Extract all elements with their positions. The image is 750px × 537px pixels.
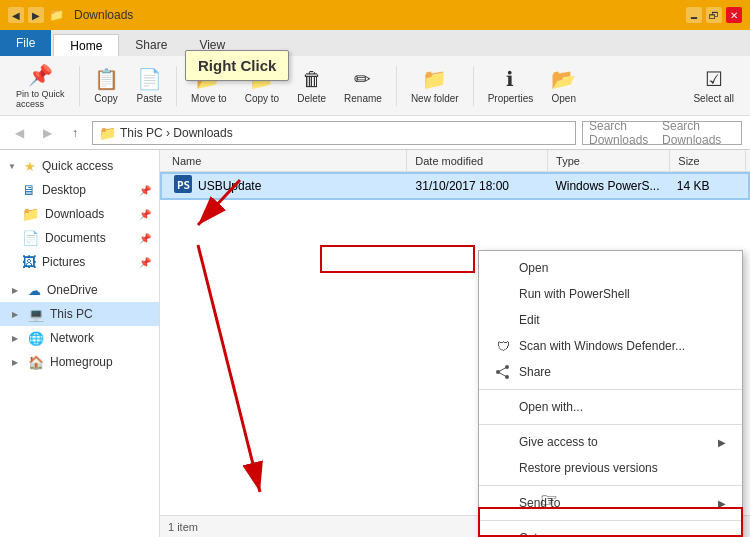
open-btn[interactable]: 📂 Open xyxy=(543,63,584,108)
ctx-scan-label: Scan with Windows Defender... xyxy=(519,339,685,353)
sidebar-item-downloads[interactable]: 📁 Downloads 📌 xyxy=(0,202,159,226)
svg-text:PS: PS xyxy=(177,179,190,192)
ctx-run-ps-label: Run with PowerShell xyxy=(519,287,630,301)
ctx-run-ps[interactable]: Run with PowerShell xyxy=(479,281,742,307)
sidebar-item-quick-access[interactable]: ▼ ★ Quick access xyxy=(0,154,159,178)
svg-line-6 xyxy=(498,372,507,377)
tab-home[interactable]: Home xyxy=(53,34,119,56)
rename-label: Rename xyxy=(344,93,382,104)
share-icon xyxy=(495,364,511,380)
ctx-edit[interactable]: Edit xyxy=(479,307,742,333)
sidebar: ▼ ★ Quick access 🖥 Desktop 📌 📁 Downloads… xyxy=(0,150,160,537)
sidebar-item-desktop[interactable]: 🖥 Desktop 📌 xyxy=(0,178,159,202)
sidebar-item-label: Downloads xyxy=(45,207,104,221)
copy-btn[interactable]: 📋 Copy xyxy=(86,63,127,108)
send-to-icon xyxy=(495,495,511,511)
ctx-open-with[interactable]: Open with... xyxy=(479,394,742,420)
expand-arrow: ▶ xyxy=(12,310,22,319)
sidebar-item-label: This PC xyxy=(50,307,93,321)
copyto-label: Copy to xyxy=(245,93,279,104)
svg-line-10 xyxy=(198,245,260,492)
sidebar-item-label: Pictures xyxy=(42,255,85,269)
forward-button[interactable]: ▶ xyxy=(36,122,58,144)
file-date: 31/10/2017 18:00 xyxy=(416,179,509,193)
open-icon xyxy=(495,260,511,276)
sidebar-item-network[interactable]: ▶ 🌐 Network xyxy=(0,326,159,350)
ctx-sep-2 xyxy=(479,424,742,425)
delete-label: Delete xyxy=(297,93,326,104)
col-type-header[interactable]: Type xyxy=(548,150,670,171)
address-path[interactable]: 📁 This PC › Downloads xyxy=(92,121,576,145)
ctx-restore[interactable]: Restore previous versions xyxy=(479,455,742,481)
path-text: This PC › Downloads xyxy=(120,126,233,140)
ctx-edit-label: Edit xyxy=(519,313,540,327)
col-size-header[interactable]: Size xyxy=(670,150,746,171)
ctx-scan[interactable]: 🛡 Scan with Windows Defender... xyxy=(479,333,742,359)
paste-btn[interactable]: 📄 Paste xyxy=(129,63,171,108)
pin-icon: 📌 xyxy=(139,209,151,220)
selectall-btn[interactable]: ☑ Select all xyxy=(685,63,742,108)
expand-arrow: ▼ xyxy=(8,162,18,171)
tab-share[interactable]: Share xyxy=(119,34,183,56)
ctx-cut[interactable]: ✂ Cut xyxy=(479,525,742,537)
rename-btn[interactable]: ✏ Rename xyxy=(336,63,390,108)
sidebar-item-label: Network xyxy=(50,331,94,345)
ctx-share[interactable]: Share xyxy=(479,359,742,385)
ctx-give-access[interactable]: Give access to ▶ xyxy=(479,429,742,455)
ctx-send-to-label: Send to xyxy=(519,496,560,510)
file-date-cell: 31/10/2017 18:00 xyxy=(408,179,548,193)
sidebar-item-label: Documents xyxy=(45,231,106,245)
status-text: 1 item xyxy=(168,521,198,533)
selectall-label: Select all xyxy=(693,93,734,104)
tab-file[interactable]: File xyxy=(0,30,51,56)
network-icon: 🌐 xyxy=(28,331,44,346)
sidebar-item-this-pc[interactable]: ▶ 💻 This PC xyxy=(0,302,159,326)
content-area: Name Date modified Type Size PS USBUpdat… xyxy=(160,150,750,537)
file-icon: PS xyxy=(174,175,192,197)
forward-icon[interactable]: ▶ xyxy=(28,7,44,23)
context-menu: Open Run with PowerShell Edit 🛡 Scan wit… xyxy=(478,250,743,537)
column-headers: Name Date modified Type Size xyxy=(160,150,750,172)
desktop-icon: 🖥 xyxy=(22,182,36,198)
col-name-header[interactable]: Name xyxy=(164,150,407,171)
back-button[interactable]: ◀ xyxy=(8,122,30,144)
downloads-folder-icon: 📁 xyxy=(22,206,39,222)
scan-icon: 🛡 xyxy=(495,338,511,354)
up-button[interactable]: ↑ xyxy=(64,122,86,144)
pin-button[interactable]: 📌 Pin to Quickaccess xyxy=(8,59,73,113)
newfolder-btn[interactable]: 📁 New folder xyxy=(403,63,467,108)
tooltip-box: Right Click xyxy=(185,50,289,81)
col-date-header[interactable]: Date modified xyxy=(407,150,548,171)
close-button[interactable]: ✕ xyxy=(726,7,742,23)
expand-arrow: ▶ xyxy=(12,286,22,295)
search-box[interactable]: Search Downloads Search Downloads xyxy=(582,121,742,145)
pin-icon: 📌 xyxy=(139,257,151,268)
minimize-button[interactable]: 🗕 xyxy=(686,7,702,23)
expand-arrow: ▶ xyxy=(12,358,22,367)
table-row[interactable]: PS USBUpdate 31/10/2017 18:00 Windows Po… xyxy=(160,172,750,200)
folder-icon: 📁 xyxy=(48,7,64,23)
cut-icon: ✂ xyxy=(495,530,511,537)
sidebar-item-homegroup[interactable]: ▶ 🏠 Homegroup xyxy=(0,350,159,374)
back-icon[interactable]: ◀ xyxy=(8,7,24,23)
pin-icon: 📌 xyxy=(139,185,151,196)
sidebar-item-documents[interactable]: 📄 Documents 📌 xyxy=(0,226,159,250)
ctx-sep-4 xyxy=(479,520,742,521)
expand-arrow: ▶ xyxy=(12,334,22,343)
ctx-give-access-label: Give access to xyxy=(519,435,598,449)
file-name: USBUpdate xyxy=(198,179,261,193)
file-type-cell: Windows PowerS... xyxy=(547,179,668,193)
ctx-send-to[interactable]: Send to ▶ xyxy=(479,490,742,516)
give-access-arrow: ▶ xyxy=(718,437,726,448)
properties-btn[interactable]: ℹ Properties xyxy=(480,63,542,108)
delete-btn[interactable]: 🗑 Delete xyxy=(289,64,334,108)
give-access-icon xyxy=(495,434,511,450)
ctx-open[interactable]: Open xyxy=(479,255,742,281)
ctx-share-label: Share xyxy=(519,365,551,379)
sidebar-item-pictures[interactable]: 🖼 Pictures 📌 xyxy=(0,250,159,274)
title-bar: ◀ ▶ 📁 Downloads 🗕 🗗 ✕ xyxy=(0,0,750,30)
maximize-button[interactable]: 🗗 xyxy=(706,7,722,23)
pictures-icon: 🖼 xyxy=(22,254,36,270)
sidebar-item-label: Desktop xyxy=(42,183,86,197)
sidebar-item-onedrive[interactable]: ▶ ☁ OneDrive xyxy=(0,278,159,302)
